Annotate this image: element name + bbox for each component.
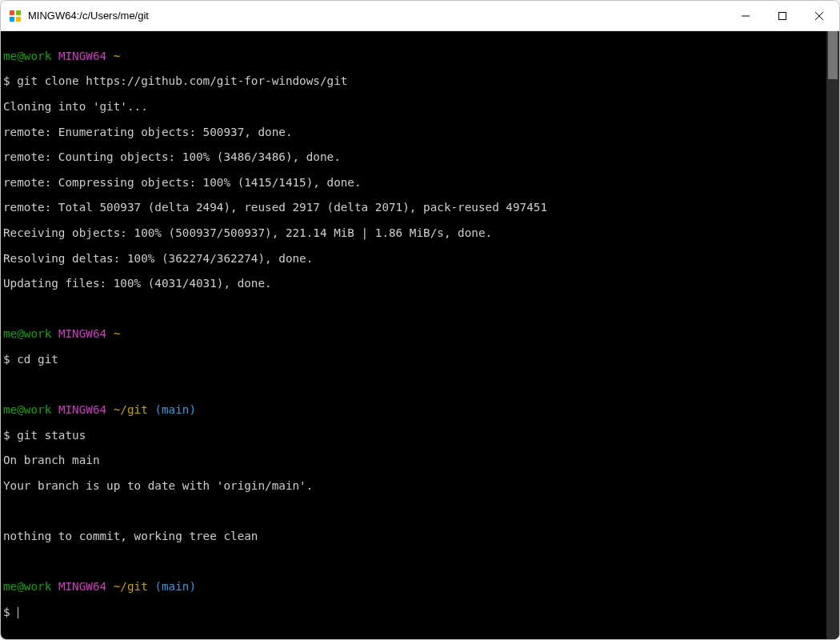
prompt-userhost: me@work bbox=[3, 403, 51, 416]
command-line: $ git clone https://github.com/git-for-w… bbox=[3, 75, 826, 88]
command-line: $ bbox=[3, 606, 826, 619]
svg-rect-2 bbox=[10, 17, 14, 22]
output-line: remote: Compressing objects: 100% (1415/… bbox=[3, 177, 826, 190]
window-title: MINGW64:/c/Users/me/git bbox=[28, 10, 727, 22]
prompt-branch: (main) bbox=[154, 580, 196, 593]
blank-line bbox=[3, 303, 826, 316]
prompt-dollar: $ bbox=[3, 606, 17, 618]
prompt-path: ~ bbox=[114, 50, 121, 62]
terminal[interactable]: me@work MINGW64 ~ $ git clone https://gi… bbox=[1, 31, 826, 639]
prompt-sys: MINGW64 bbox=[58, 50, 106, 62]
cursor bbox=[18, 607, 18, 618]
prompt-line: me@work MINGW64 ~ bbox=[3, 328, 826, 341]
svg-rect-3 bbox=[16, 17, 21, 22]
prompt-path: ~/git bbox=[114, 403, 148, 416]
prompt-line: me@work MINGW64 ~ bbox=[3, 50, 826, 63]
prompt-userhost: me@work bbox=[3, 580, 51, 593]
output-line: On branch main bbox=[3, 454, 826, 467]
output-line: remote: Total 500937 (delta 2494), reuse… bbox=[3, 202, 826, 214]
minimize-button[interactable] bbox=[727, 1, 764, 30]
blank-line bbox=[3, 556, 826, 569]
window-controls bbox=[727, 1, 838, 30]
prompt-line: me@work MINGW64 ~/git (main) bbox=[3, 404, 826, 417]
blank-line bbox=[3, 505, 826, 518]
maximize-button[interactable] bbox=[764, 1, 801, 30]
prompt-userhost: me@work bbox=[3, 327, 51, 340]
prompt-sys: MINGW64 bbox=[58, 580, 106, 593]
prompt-line: me@work MINGW64 ~/git (main) bbox=[3, 581, 826, 594]
command-line: $ git status bbox=[3, 430, 826, 442]
close-button[interactable] bbox=[801, 1, 838, 30]
prompt-sys: MINGW64 bbox=[58, 403, 106, 416]
terminal-area: me@work MINGW64 ~ $ git clone https://gi… bbox=[1, 31, 839, 639]
app-window: MINGW64:/c/Users/me/git me@work MINGW64 … bbox=[0, 0, 840, 640]
output-line: Resolving deltas: 100% (362274/362274), … bbox=[3, 253, 826, 266]
app-icon bbox=[9, 10, 22, 22]
blank-line bbox=[3, 379, 826, 392]
prompt-path: ~ bbox=[114, 327, 121, 340]
output-line: Receiving objects: 100% (500937/500937),… bbox=[3, 227, 826, 240]
output-line: remote: Counting objects: 100% (3486/348… bbox=[3, 151, 826, 164]
prompt-sys: MINGW64 bbox=[58, 327, 106, 340]
output-line: Updating files: 100% (4031/4031), done. bbox=[3, 278, 826, 290]
svg-rect-5 bbox=[779, 12, 786, 19]
titlebar[interactable]: MINGW64:/c/Users/me/git bbox=[1, 1, 839, 31]
svg-rect-0 bbox=[10, 10, 14, 15]
output-line: nothing to commit, working tree clean bbox=[3, 530, 826, 543]
output-line: Cloning into 'git'... bbox=[3, 101, 826, 114]
output-line: remote: Enumerating objects: 500937, don… bbox=[3, 126, 826, 139]
prompt-userhost: me@work bbox=[3, 50, 51, 62]
prompt-branch: (main) bbox=[154, 403, 196, 416]
prompt-path: ~/git bbox=[114, 580, 148, 593]
command-line: $ cd git bbox=[3, 354, 826, 366]
svg-rect-1 bbox=[16, 10, 21, 15]
scrollbar[interactable] bbox=[826, 31, 839, 639]
scroll-thumb[interactable] bbox=[828, 31, 838, 79]
output-line: Your branch is up to date with 'origin/m… bbox=[3, 480, 826, 493]
